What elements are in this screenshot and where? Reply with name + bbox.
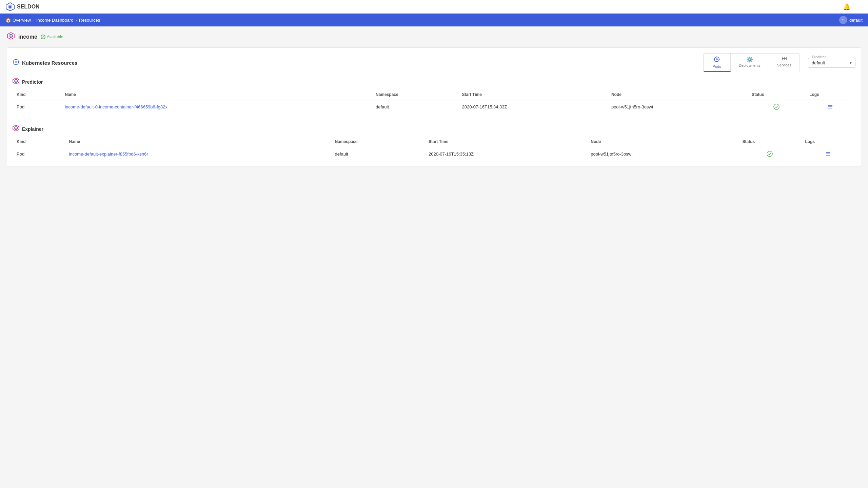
- predictor-table-body: Pod income-default-0-income-container-f4…: [13, 100, 855, 114]
- user-avatar-button[interactable]: U: [854, 3, 863, 11]
- predictor-row-starttime: 2020-07-16T15:34:33Z: [458, 100, 607, 114]
- predictor-table: Kind Name Namespace Start Time Node Stat…: [13, 89, 855, 114]
- svg-marker-31: [15, 127, 17, 129]
- predictor-row-logs[interactable]: [805, 100, 855, 114]
- predictor-select-wrapper: Predictor default ▼: [808, 58, 855, 68]
- predictor-row-logs-icon[interactable]: [809, 104, 851, 110]
- section-divider: [13, 119, 855, 119]
- breadcrumb-user-label: default: [849, 18, 863, 23]
- predictor-table-head: Kind Name Namespace Start Time Node Stat…: [13, 89, 855, 100]
- explainer-col-node: Node: [587, 137, 738, 147]
- explainer-col-namespace: Namespace: [331, 137, 425, 147]
- svg-marker-5: [10, 35, 12, 37]
- seldon-logo-icon: [5, 2, 15, 12]
- status-dot-icon: [41, 35, 45, 39]
- explainer-row-kind: Pod: [13, 147, 65, 161]
- k8s-header: Kubernetes Resources: [13, 53, 855, 72]
- k8s-title: Kubernetes Resources: [13, 59, 77, 67]
- model-status-label: Available: [47, 35, 63, 39]
- model-icon: [7, 32, 15, 42]
- explainer-row-name: income-default-explainer-f855fbd6-ksn6r: [65, 147, 331, 161]
- svg-point-32: [767, 151, 772, 157]
- explainer-row-logs-icon[interactable]: [805, 151, 852, 157]
- logo: SELDON: [5, 2, 40, 12]
- tab-deployments[interactable]: ⚙️ Deployments: [731, 54, 769, 72]
- model-header: income Available: [7, 32, 861, 42]
- predictor-col-logs: Logs: [805, 89, 855, 100]
- user-avatar: U: [854, 3, 863, 11]
- home-icon: 🏠: [5, 17, 11, 23]
- predictor-row-name-link[interactable]: income-default-0-income-container-f46665…: [65, 104, 167, 109]
- explainer-group-label: Explainer: [22, 126, 43, 132]
- tab-services[interactable]: Services: [769, 54, 800, 72]
- pods-tab-label: Pods: [713, 64, 721, 68]
- explainer-row-logs[interactable]: [801, 147, 856, 161]
- predictor-select-label: Predictor: [811, 55, 827, 59]
- svg-point-7: [15, 61, 17, 63]
- svg-marker-24: [15, 80, 17, 82]
- explainer-table-body: Pod income-default-explainer-f855fbd6-ks…: [13, 147, 855, 161]
- predictor-col-status: Status: [748, 89, 805, 100]
- predictor-group-label: Predictor: [22, 79, 43, 85]
- breadcrumb-parent-label: income Dashboard: [37, 18, 74, 23]
- svg-point-15: [716, 61, 717, 62]
- breadcrumb-bar: 🏠 Overview › income Dashboard › Resource…: [0, 14, 868, 26]
- breadcrumb-sep-1: ›: [33, 18, 34, 23]
- explainer-row-name-link[interactable]: income-default-explainer-f855fbd6-ksn6r: [69, 151, 148, 157]
- k8s-title-text: Kubernetes Resources: [22, 60, 77, 66]
- explainer-group-header: Explainer: [13, 125, 855, 133]
- svg-point-17: [719, 59, 720, 60]
- pods-tab-icon: [714, 56, 720, 64]
- resource-tabs: Pods ⚙️ Deployments: [703, 53, 800, 72]
- breadcrumb-current: Resources: [79, 18, 100, 23]
- predictor-group-icon: [13, 78, 19, 86]
- explainer-row-status: [738, 147, 801, 161]
- explainer-col-logs: Logs: [801, 137, 856, 147]
- breadcrumb-current-label: Resources: [79, 18, 100, 23]
- explainer-row-node: pool-w51jtn5ro-3oswl: [587, 147, 738, 161]
- explainer-row-starttime: 2020-07-16T15:35:13Z: [425, 147, 587, 161]
- model-status-badge: Available: [41, 35, 63, 39]
- predictor-row-status-icon: [752, 103, 801, 110]
- explainer-col-name: Name: [65, 137, 331, 147]
- svg-point-13: [716, 58, 718, 60]
- breadcrumb: 🏠 Overview › income Dashboard › Resource…: [5, 17, 100, 23]
- predictor-col-starttime: Start Time: [458, 89, 607, 100]
- breadcrumb-home[interactable]: 🏠 Overview: [5, 17, 31, 23]
- deployments-tab-label: Deployments: [739, 63, 761, 67]
- explainer-group: Explainer Kind Name Namespace Start Time…: [13, 125, 855, 161]
- explainer-group-icon: [13, 125, 19, 133]
- predictor-row-namespace: default: [372, 100, 458, 114]
- predictor-group: Predictor Kind Name Namespace Start Time…: [13, 78, 855, 114]
- table-row: Pod income-default-0-income-container-f4…: [13, 100, 855, 114]
- explainer-col-kind: Kind: [13, 137, 65, 147]
- breadcrumb-user-avatar: ⊙: [839, 16, 847, 24]
- explainer-table-head: Kind Name Namespace Start Time Node Stat…: [13, 137, 855, 147]
- tab-pods[interactable]: Pods: [704, 54, 731, 72]
- nav-icons: 🔔 U: [843, 3, 863, 11]
- predictor-row-node: pool-w51jtn5ro-3oswt: [607, 100, 748, 114]
- k8s-title-icon: [13, 59, 19, 67]
- explainer-row-namespace: default: [331, 147, 425, 161]
- breadcrumb-sep-2: ›: [76, 18, 77, 23]
- predictor-col-kind: Kind: [13, 89, 61, 100]
- top-navbar: SELDON 🔔 U: [0, 0, 868, 14]
- predictor-row-status: [748, 100, 805, 114]
- notifications-button[interactable]: 🔔: [843, 3, 850, 11]
- explainer-table: Kind Name Namespace Start Time Node Stat…: [13, 137, 855, 161]
- breadcrumb-overview-label: Overview: [13, 18, 31, 23]
- explainer-col-starttime: Start Time: [425, 137, 587, 147]
- predictor-select[interactable]: default: [808, 58, 855, 68]
- breadcrumb-income-dashboard[interactable]: income Dashboard: [37, 18, 74, 23]
- deployments-tab-icon: ⚙️: [746, 56, 753, 63]
- predictor-col-namespace: Namespace: [372, 89, 458, 100]
- services-tab-icon: [781, 56, 787, 62]
- table-row: Pod income-default-explainer-f855fbd6-ks…: [13, 147, 855, 161]
- main-content: income Available Kubernetes R: [0, 26, 868, 172]
- svg-point-25: [774, 104, 779, 109]
- kubernetes-resources-section: Kubernetes Resources: [7, 47, 861, 166]
- predictor-row-name: income-default-0-income-container-f46665…: [61, 100, 372, 114]
- predictor-col-name: Name: [61, 89, 372, 100]
- predictor-header-row: Kind Name Namespace Start Time Node Stat…: [13, 89, 855, 100]
- model-name: income: [18, 34, 37, 40]
